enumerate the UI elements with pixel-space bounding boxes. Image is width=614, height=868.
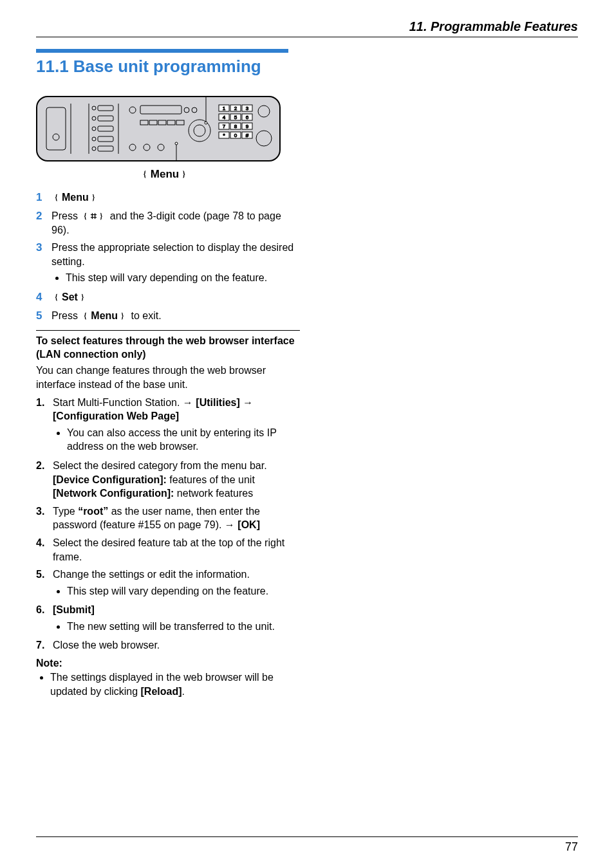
web-step-body: [Submit]The new setting will be transfer… (53, 603, 300, 634)
svg-point-26 (129, 144, 136, 151)
svg-rect-22 (167, 120, 175, 125)
web-step-number: 6. (36, 603, 53, 634)
web-step: 3.Type “root” as the user name, then ent… (36, 504, 300, 532)
web-step-number: 4. (36, 536, 53, 564)
svg-point-10 (92, 147, 96, 151)
svg-rect-7 (98, 126, 113, 131)
svg-point-17 (184, 107, 189, 113)
bold-text: [Network Configuration]: (53, 488, 174, 499)
page: 11. Programmable Features 11.1 Base unit… (0, 0, 614, 868)
svg-text:3: 3 (246, 106, 249, 111)
procedure-step: 2Press ﹛⌗﹜ and the 3-digit code (page 78… (36, 209, 300, 237)
web-step-bullets: You can also access the unit by entering… (67, 426, 300, 454)
content-column: ﹛Set﹜ (36, 96, 300, 698)
svg-point-2 (92, 106, 96, 110)
web-step-number: 5. (36, 568, 53, 599)
svg-point-1 (53, 134, 59, 140)
web-step-number: 7. (36, 638, 53, 652)
svg-text:6: 6 (246, 115, 249, 120)
web-step: 2.Select the desired category from the m… (36, 459, 300, 501)
step-body: ﹛Menu﹜ (51, 190, 300, 205)
web-step-number: 2. (36, 459, 53, 501)
step-number: 2 (36, 209, 51, 224)
step-number: 4 (36, 290, 51, 305)
key-label: ﹛⌗﹜ (80, 210, 107, 221)
svg-rect-20 (149, 120, 157, 125)
procedure-step: 1﹛Menu﹜ (36, 190, 300, 205)
step-body: Press ﹛⌗﹜ and the 3-digit code (page 78 … (51, 209, 300, 237)
svg-text:7: 7 (223, 124, 226, 129)
svg-point-8 (92, 137, 96, 141)
subsection-rule (36, 330, 300, 331)
procedure-steps: 1﹛Menu﹜2Press ﹛⌗﹜ and the 3-digit code (… (36, 190, 300, 324)
procedure-step: 3Press the appropriate selection to disp… (36, 241, 300, 286)
step-number: 3 (36, 241, 51, 255)
arrow-icon: → (225, 519, 235, 530)
web-step-body: Select the desired category from the men… (53, 459, 300, 501)
step-bullet: This step will vary depending on the fea… (66, 271, 300, 285)
web-step-body: Close the web browser. (53, 638, 300, 652)
note-heading: Note: (36, 658, 300, 669)
svg-text:#: # (246, 133, 249, 138)
bold-text: [Device Configuration]: (53, 474, 167, 485)
svg-text:2: 2 (234, 106, 237, 111)
top-rule (36, 37, 578, 37)
bold-text: [Utilities] (196, 397, 239, 408)
svg-point-54 (256, 131, 272, 146)
svg-rect-11 (98, 146, 113, 151)
step-body: ﹛Set﹜ (51, 290, 300, 304)
bold-text: [Submit] (53, 604, 95, 615)
svg-point-27 (144, 144, 150, 151)
device-illustration-wrap: ﹛Set﹜ (36, 96, 300, 181)
web-step-bullet: The new setting will be transferred to t… (67, 620, 300, 634)
svg-point-56 (205, 122, 207, 124)
page-number: 77 (565, 840, 578, 854)
web-step-bullet: This step will vary depending on the fea… (67, 584, 300, 598)
web-step: 6.[Submit]The new setting will be transf… (36, 603, 300, 634)
step-number: 5 (36, 309, 51, 324)
web-subsection-heading: To select features through the web brows… (36, 335, 300, 362)
svg-text:9: 9 (246, 124, 249, 129)
svg-rect-5 (98, 116, 113, 121)
bold-text: [OK] (237, 519, 260, 530)
svg-point-25 (194, 125, 205, 136)
web-step-body: Type “root” as the user name, then enter… (53, 504, 300, 532)
web-step: 7.Close the web browser. (36, 638, 300, 652)
web-step-body: Change the settings or edit the informat… (53, 568, 300, 599)
svg-point-4 (92, 116, 96, 120)
web-step-bullets: This step will vary depending on the fea… (67, 584, 300, 598)
footer-rule (36, 836, 578, 837)
section-accent-rule (36, 49, 288, 53)
step-number: 1 (36, 190, 51, 205)
bold-text: [Configuration Web Page] (53, 411, 179, 421)
step-bullets: This step will vary depending on the fea… (66, 271, 300, 285)
svg-rect-3 (98, 106, 113, 111)
svg-point-58 (175, 142, 178, 145)
web-step-bullet: You can also access the unit by entering… (67, 426, 300, 454)
web-step-body: Select the desired feature tab at the to… (53, 536, 300, 564)
web-step-body: Start Multi-Function Station. → [Utiliti… (53, 396, 300, 455)
device-control-panel-illustration: 1 2 3 4 5 6 7 8 9 * 0 # (36, 96, 281, 162)
arrow-icon: → (243, 397, 253, 408)
svg-rect-9 (98, 136, 113, 142)
section-title: 11.1 Base unit programming (36, 57, 578, 77)
bold-text: “root” (78, 506, 108, 517)
svg-rect-0 (46, 107, 66, 150)
web-step: 1.Start Multi-Function Station. → [Utili… (36, 396, 300, 455)
svg-rect-19 (140, 120, 148, 125)
svg-rect-23 (176, 120, 184, 125)
note-list: The settings displayed in the web browse… (50, 670, 300, 698)
key-label: ﹛Set﹜ (51, 291, 88, 302)
callout-menu-label: ﹛Menu﹜ (30, 167, 300, 181)
svg-text:4: 4 (223, 115, 226, 120)
procedure-step: 4﹛Set﹜ (36, 290, 300, 305)
svg-text:8: 8 (234, 124, 237, 129)
note-item: The settings displayed in the web browse… (50, 670, 300, 698)
svg-text:*: * (223, 133, 225, 138)
procedure-step: 5Press ﹛Menu﹜ to exit. (36, 309, 300, 324)
svg-text:1: 1 (223, 106, 226, 111)
key-label: ﹛Menu﹜ (51, 192, 99, 203)
svg-rect-16 (140, 106, 181, 114)
web-procedure-steps: 1.Start Multi-Function Station. → [Utili… (36, 396, 300, 653)
web-step-number: 1. (36, 396, 53, 455)
